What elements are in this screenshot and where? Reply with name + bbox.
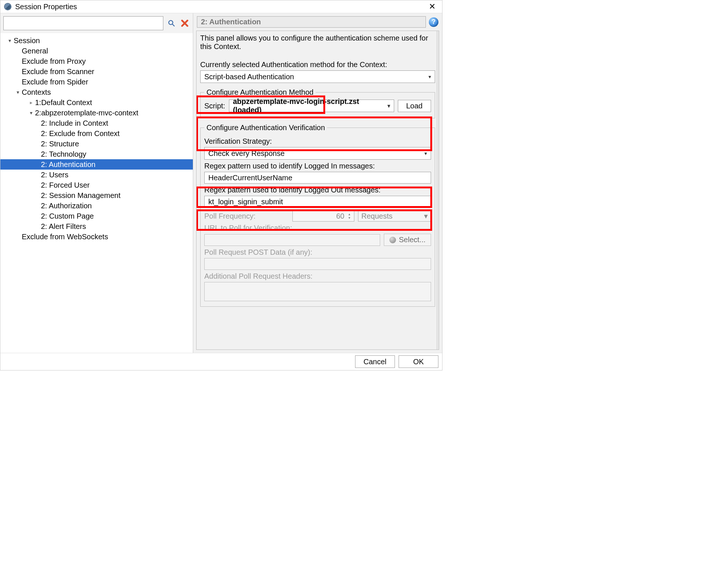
tree-exclude-from-proxy[interactable]: Exclude from Proxy [0, 56, 193, 66]
search-row [0, 13, 193, 33]
configure-auth-method-group: Configure Authentication Method Script: … [200, 88, 435, 118]
chevron-down-icon: ▾ [424, 150, 427, 156]
panel-body: This panel allows you to configure the a… [196, 31, 439, 350]
poll-frequency-value: 60 [336, 212, 344, 220]
titlebar: Session Properties ✕ [0, 0, 442, 13]
url-to-poll-label: URL to Poll for Verification: [204, 224, 431, 232]
cancel-button[interactable]: Cancel [355, 355, 395, 368]
spinner-arrows-icon: ▴▾ [346, 212, 352, 220]
script-select[interactable]: abpzertemplate-mvc-login-script.zst (loa… [229, 100, 394, 112]
window-title: Session Properties [15, 3, 77, 11]
auth-method-value: Script-based Authentication [204, 73, 294, 81]
tree-default-context[interactable]: ▸1:Default Context [0, 97, 193, 108]
poll-unit-select[interactable]: Requests ▾ [358, 211, 431, 222]
tree-session[interactable]: ▾Session [0, 35, 193, 46]
left-panel: ▾Session General Exclude from Proxy Excl… [0, 13, 193, 353]
select-url-button[interactable]: Select... [384, 234, 431, 246]
tree-context-2[interactable]: ▾2:abpzerotemplate-mvc-context [0, 108, 193, 118]
scrollbar[interactable] [437, 31, 439, 349]
search-input[interactable] [3, 16, 163, 30]
post-data-label: Poll Request POST Data (if any): [204, 248, 431, 257]
additional-headers-label: Additional Poll Request Headers: [204, 272, 431, 281]
clear-icon[interactable] [180, 18, 190, 28]
poll-frequency-label: Poll Frequency: [204, 212, 289, 220]
configure-verification-group: Configure Authentication Verification Ve… [200, 123, 435, 307]
close-button[interactable]: ✕ [426, 2, 438, 11]
chevron-down-icon: ▾ [424, 212, 428, 220]
breadcrumb: 2: Authentication [197, 16, 426, 28]
poll-unit-value: Requests [361, 212, 393, 220]
svg-point-0 [169, 21, 173, 25]
tree-c2-structure[interactable]: 2: Structure [0, 139, 193, 149]
tree-c2-exclude[interactable]: 2: Exclude from Context [0, 128, 193, 139]
panel-description: This panel allows you to configure the a… [200, 34, 435, 51]
tree-c2-alert-filters[interactable]: 2: Alert Filters [0, 221, 193, 232]
logged-in-regex-input[interactable] [204, 172, 431, 184]
svg-line-1 [173, 24, 175, 27]
tree-general[interactable]: General [0, 46, 193, 56]
script-value: abpzertemplate-mvc-login-script.zst (loa… [233, 97, 388, 114]
configure-verification-legend: Configure Authentication Verification [204, 123, 327, 132]
configure-auth-method-legend: Configure Authentication Method [204, 88, 316, 97]
load-button[interactable]: Load [398, 100, 431, 112]
session-properties-dialog: Session Properties ✕ ▾Session General Ex… [0, 0, 442, 370]
verification-strategy-label: Verification Strategy: [204, 137, 431, 146]
tree-c2-session-management[interactable]: 2: Session Management [0, 190, 193, 201]
tree-c2-technology[interactable]: 2: Technology [0, 149, 193, 159]
script-label: Script: [204, 102, 225, 110]
search-icon[interactable] [166, 18, 177, 28]
tree-exclude-from-websockets[interactable]: Exclude from WebSockets [0, 232, 193, 242]
additional-headers-input [204, 282, 431, 301]
panel-header: 2: Authentication ? [193, 13, 442, 31]
tree-c2-users[interactable]: 2: Users [0, 170, 193, 180]
post-data-input [204, 258, 431, 270]
url-to-poll-input [204, 234, 380, 246]
auth-method-select[interactable]: Script-based Authentication ▾ [200, 70, 435, 83]
chevron-down-icon: ▾ [428, 74, 431, 80]
verification-strategy-select[interactable]: Check every Response ▾ [204, 147, 431, 160]
right-panel: 2: Authentication ? This panel allows yo… [193, 13, 442, 353]
logged-out-regex-label: Regex pattern used to identify Logged Ou… [204, 186, 431, 194]
verification-strategy-value: Check every Response [208, 149, 285, 158]
globe-icon [389, 237, 396, 243]
ok-button[interactable]: OK [399, 355, 438, 368]
logged-in-regex-label: Regex pattern used to identify Logged In… [204, 162, 431, 170]
app-icon [4, 3, 11, 10]
tree-c2-custom-page[interactable]: 2: Custom Page [0, 211, 193, 221]
help-icon[interactable]: ? [429, 17, 438, 27]
tree-c2-authentication[interactable]: 2: Authentication [0, 159, 193, 170]
tree-exclude-from-scanner[interactable]: Exclude from Scanner [0, 66, 193, 77]
nav-tree: ▾Session General Exclude from Proxy Excl… [0, 33, 193, 353]
chevron-down-icon: ▾ [388, 103, 390, 109]
dialog-footer: Cancel OK [0, 353, 442, 370]
logged-out-regex-input[interactable] [204, 196, 431, 208]
tree-c2-authorization[interactable]: 2: Authorization [0, 201, 193, 211]
auth-method-label: Currently selected Authentication method… [200, 60, 435, 69]
tree-c2-include[interactable]: 2: Include in Context [0, 118, 193, 128]
tree-exclude-from-spider[interactable]: Exclude from Spider [0, 77, 193, 87]
poll-frequency-spinner[interactable]: 60 ▴▾ [292, 211, 354, 222]
select-url-label: Select... [399, 236, 426, 244]
tree-c2-forced-user[interactable]: 2: Forced User [0, 180, 193, 190]
tree-contexts[interactable]: ▾Contexts [0, 87, 193, 97]
